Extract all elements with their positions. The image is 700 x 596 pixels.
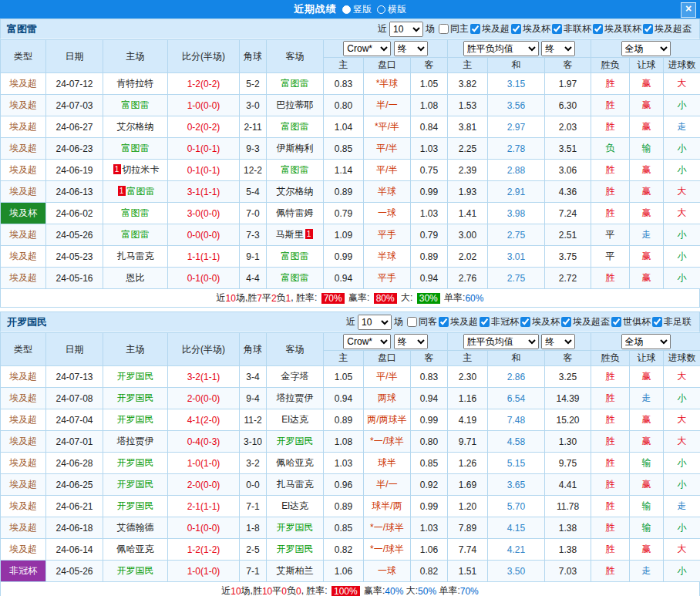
- euro-draw-odds: 5.15: [488, 453, 545, 474]
- asia-handicap: 球半/两: [364, 496, 411, 517]
- result-cell: 胜: [591, 539, 630, 561]
- asia-away-odds: 1.03: [411, 203, 448, 224]
- filter-非冠杯[interactable]: 非冠杯: [480, 315, 519, 328]
- asia-stage-select[interactable]: 终: [394, 334, 428, 349]
- handicap-result-cell: 赢: [630, 160, 664, 181]
- team-name: 开罗国民: [7, 315, 47, 329]
- matches-table: 类型 日期 主场 比分(半场) 角球 客场 Crow* 终 胜平负均值 终 全场: [0, 332, 700, 582]
- filter-埃及超盃[interactable]: 埃及超盃: [561, 315, 610, 328]
- score-cell: 0-4(0-3): [168, 431, 240, 453]
- date-cell: 24-06-28: [46, 453, 103, 474]
- filter-非联杯[interactable]: 非联杯: [552, 22, 591, 35]
- filter-埃及杯[interactable]: 埃及杯: [520, 315, 560, 328]
- euro-away-odds: 1.97: [545, 73, 591, 95]
- recent-count-select[interactable]: 10: [389, 22, 423, 37]
- home-team-cell: 开罗国民: [103, 496, 168, 517]
- score-cell: 0-1(0-1): [168, 160, 240, 181]
- asia-away-odds: 0.94: [411, 268, 448, 289]
- league-cell: 埃及超: [1, 138, 46, 160]
- filter-埃及杯[interactable]: 埃及杯: [511, 22, 550, 35]
- filter-埃及超[interactable]: 埃及超: [470, 22, 510, 35]
- asia-stage-select[interactable]: 终: [394, 41, 428, 56]
- filter-checkbox[interactable]: [552, 24, 562, 34]
- corner-cell: 11-2: [240, 409, 267, 431]
- recent-count-select[interactable]: 10: [358, 315, 392, 330]
- euro-provider-select[interactable]: 胜平负均值: [463, 334, 539, 349]
- col-asia-away: 客: [411, 58, 448, 73]
- filter-checkbox[interactable]: [407, 317, 417, 327]
- filter-label: 埃及杯: [523, 22, 550, 35]
- filter-同客[interactable]: 同客: [407, 315, 437, 328]
- footer-part: 100%: [331, 586, 360, 596]
- goals-result-cell: 大: [664, 431, 700, 453]
- filter-世俱杯[interactable]: 世俱杯: [611, 315, 651, 328]
- date-cell: 24-07-08: [46, 388, 103, 409]
- filter-checkbox[interactable]: [480, 317, 490, 327]
- date-cell: 24-06-18: [46, 517, 103, 539]
- euro-stage-select[interactable]: 终: [541, 334, 575, 349]
- league-cell: 埃及超: [1, 246, 46, 268]
- filter-checkbox[interactable]: [520, 317, 530, 327]
- away-team-cell: 马斯里1: [267, 224, 324, 246]
- euro-provider-select[interactable]: 胜平负均值: [463, 41, 539, 56]
- title-bar: 近期战绩 竖版 横版 ×: [0, 0, 700, 19]
- asia-handicap: *一/球半: [364, 539, 411, 561]
- filter-checkbox[interactable]: [611, 317, 621, 327]
- date-cell: 24-07-01: [46, 431, 103, 453]
- home-team-name: 开罗国民: [117, 371, 154, 382]
- col-asia-line: 盘口: [364, 58, 411, 73]
- asia-provider-select[interactable]: Crow*: [343, 41, 391, 56]
- euro-home-odds: 7.89: [448, 517, 488, 539]
- scope-select[interactable]: 全场: [621, 334, 671, 349]
- home-team-name: 开罗国民: [117, 457, 154, 468]
- filter-checkbox[interactable]: [439, 317, 449, 327]
- euro-home-odds: 1.41: [448, 203, 488, 224]
- filter-同主[interactable]: 同主: [439, 22, 469, 35]
- filter-埃及超盃[interactable]: 埃及超盃: [643, 22, 692, 35]
- result-cell: 胜: [591, 561, 630, 582]
- away-team-cell: 开罗国民: [267, 431, 324, 453]
- home-team-name: 艾德翰德: [117, 522, 154, 533]
- footer-part: 近: [221, 584, 231, 596]
- euro-stage-select[interactable]: 终: [541, 41, 575, 56]
- euro-home-odds: 3.81: [448, 116, 488, 138]
- filter-非足联[interactable]: 非足联: [652, 315, 692, 328]
- asia-handicap: 平手: [364, 268, 411, 289]
- result-cell: 平: [591, 224, 630, 246]
- col-away: 客场: [267, 40, 324, 73]
- footer-part: 30%: [417, 293, 440, 304]
- match-row: 埃及超24-05-26富图雷0-0(0-0)7-3马斯里11.09平手0.793…: [1, 224, 700, 246]
- filter-埃及联杯[interactable]: 埃及联杯: [593, 22, 641, 35]
- filter-埃及超[interactable]: 埃及超: [439, 315, 478, 328]
- radio-selected-icon: [342, 5, 351, 14]
- match-row: 埃及超24-05-16恩比0-1(0-0)4-4富图雷0.94平手0.942.7…: [1, 268, 700, 289]
- filter-checkbox[interactable]: [511, 24, 521, 34]
- filter-checkbox[interactable]: [439, 24, 449, 34]
- away-team-name: 巴拉蒂耶: [277, 99, 314, 110]
- filter-checkbox[interactable]: [561, 317, 571, 327]
- layout-radio-horizontal[interactable]: 横版: [377, 3, 406, 16]
- filter-checkbox[interactable]: [652, 317, 662, 327]
- matches-body: 埃及超24-07-12肯特拉特1-2(0-2)5-2富图雷0.83*半球1.05…: [1, 73, 700, 289]
- away-team-name: 佩哈亚克: [277, 457, 314, 468]
- col-goals: 进球数: [664, 58, 700, 73]
- away-team-name: 塔拉贾伊: [277, 392, 314, 403]
- home-team-name: 塔拉贾伊: [117, 436, 154, 446]
- match-row: 非冠杯24-05-26开罗国民1-0(1-0)7-1艾斯柏兰1.06一球0.82…: [1, 561, 700, 582]
- footer-part: 近: [217, 291, 226, 305]
- asia-provider-select[interactable]: Crow*: [343, 334, 391, 349]
- layout-radio-vertical[interactable]: 竖版: [342, 3, 372, 16]
- asia-home-odds: 1.06: [324, 561, 364, 582]
- asia-handicap: 平/半: [364, 366, 411, 388]
- goals-result-cell: 小: [664, 474, 700, 496]
- filter-checkbox[interactable]: [643, 24, 653, 34]
- result-cell: 平: [591, 246, 630, 268]
- date-cell: 24-06-02: [46, 203, 103, 224]
- filter-checkbox[interactable]: [593, 24, 603, 34]
- filter-checkbox[interactable]: [470, 24, 480, 34]
- euro-away-odds: 1.38: [545, 517, 591, 539]
- close-icon[interactable]: ×: [681, 2, 696, 18]
- footer-part: 平: [262, 291, 271, 305]
- scope-select[interactable]: 全场: [621, 41, 671, 56]
- asia-away-odds: 0.80: [411, 431, 448, 453]
